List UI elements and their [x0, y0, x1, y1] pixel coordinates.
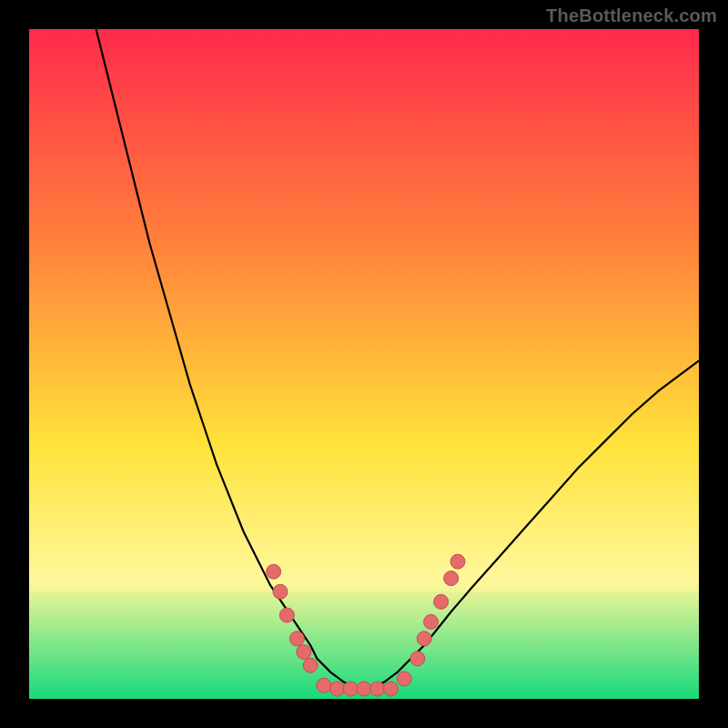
- data-point: [343, 682, 358, 696]
- data-point: [383, 682, 398, 696]
- yellow-band: [29, 575, 699, 592]
- data-point: [317, 678, 331, 693]
- data-point: [370, 682, 385, 696]
- data-point: [450, 554, 465, 569]
- data-point: [279, 608, 294, 622]
- data-point: [424, 614, 439, 629]
- watermark-label: TheBottleneck.com: [546, 5, 717, 26]
- chart-svg: [29, 29, 699, 699]
- plot-area: [29, 29, 699, 699]
- data-point: [289, 632, 304, 646]
- data-point: [434, 594, 449, 609]
- data-point: [297, 644, 311, 659]
- data-point: [410, 652, 425, 666]
- data-point: [444, 571, 459, 586]
- gradient-background: [29, 29, 699, 699]
- data-point: [397, 672, 411, 686]
- data-point: [273, 584, 288, 599]
- data-point: [303, 658, 318, 672]
- data-point: [330, 682, 345, 696]
- data-point: [357, 682, 371, 696]
- data-point: [417, 632, 431, 646]
- chart-frame: TheBottleneck.com: [0, 0, 728, 728]
- data-point: [267, 564, 281, 579]
